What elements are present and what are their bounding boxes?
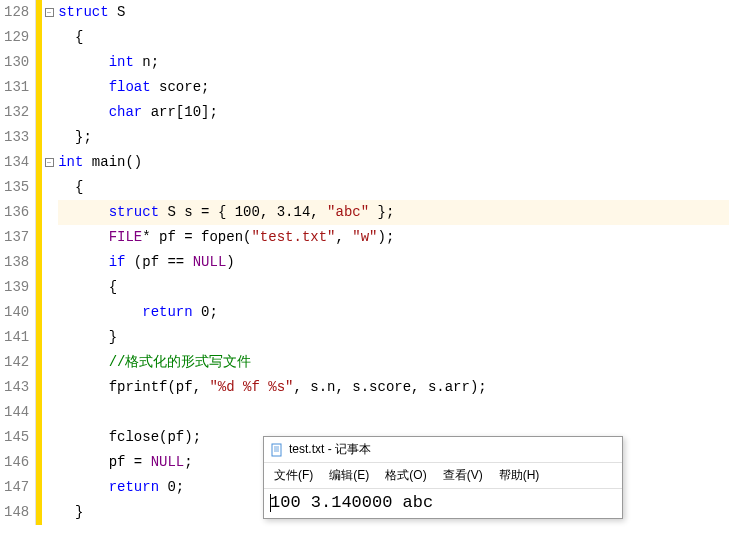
code-line[interactable]: { <box>58 175 729 200</box>
code-line[interactable]: if (pf == NULL) <box>58 250 729 275</box>
line-number[interactable]: 135 <box>0 175 35 200</box>
menu-format[interactable]: 格式(O) <box>379 465 432 486</box>
fold-cell <box>42 325 56 350</box>
fold-cell[interactable]: − <box>42 150 56 175</box>
fold-cell <box>42 125 56 150</box>
code-line[interactable]: //格式化的形式写文件 <box>58 350 729 375</box>
code-line[interactable]: FILE* pf = fopen("test.txt", "w"); <box>58 225 729 250</box>
line-number[interactable]: 132 <box>0 100 35 125</box>
code-line[interactable]: struct S <box>58 0 729 25</box>
notepad-window: test.txt - 记事本 文件(F) 编辑(E) 格式(O) 查看(V) 帮… <box>263 436 623 519</box>
fold-cell <box>42 100 56 125</box>
menu-view[interactable]: 查看(V) <box>437 465 489 486</box>
line-number[interactable]: 144 <box>0 400 35 425</box>
line-number[interactable]: 131 <box>0 75 35 100</box>
fold-cell <box>42 375 56 400</box>
svg-rect-0 <box>272 444 281 456</box>
fold-column: −− <box>42 0 56 525</box>
fold-cell <box>42 200 56 225</box>
code-line[interactable]: } <box>58 325 729 350</box>
code-line[interactable]: int main() <box>58 150 729 175</box>
line-number[interactable]: 134 <box>0 150 35 175</box>
code-line[interactable]: char arr[10]; <box>58 100 729 125</box>
fold-cell <box>42 250 56 275</box>
code-line[interactable]: fprintf(pf, "%d %f %s", s.n, s.score, s.… <box>58 375 729 400</box>
line-number[interactable]: 140 <box>0 300 35 325</box>
code-line[interactable]: }; <box>58 125 729 150</box>
notepad-content[interactable]: 100 3.140000 abc <box>264 488 622 518</box>
line-number[interactable]: 141 <box>0 325 35 350</box>
fold-cell <box>42 225 56 250</box>
line-number[interactable]: 136 <box>0 200 35 225</box>
line-number[interactable]: 146 <box>0 450 35 475</box>
fold-cell <box>42 400 56 425</box>
fold-cell <box>42 350 56 375</box>
fold-cell <box>42 300 56 325</box>
notepad-titlebar[interactable]: test.txt - 记事本 <box>264 437 622 463</box>
line-number[interactable]: 143 <box>0 375 35 400</box>
fold-cell[interactable]: − <box>42 0 56 25</box>
fold-cell <box>42 475 56 500</box>
code-line[interactable] <box>58 400 729 425</box>
notepad-text: 100 3.140000 abc <box>270 493 433 512</box>
fold-cell <box>42 275 56 300</box>
fold-cell <box>42 450 56 475</box>
fold-minus-icon[interactable]: − <box>45 8 54 17</box>
line-number[interactable]: 133 <box>0 125 35 150</box>
notepad-menubar: 文件(F) 编辑(E) 格式(O) 查看(V) 帮助(H) <box>264 463 622 488</box>
menu-help[interactable]: 帮助(H) <box>493 465 546 486</box>
line-number-gutter: 1281291301311321331341351361371381391401… <box>0 0 36 525</box>
line-number[interactable]: 130 <box>0 50 35 75</box>
line-number[interactable]: 148 <box>0 500 35 525</box>
code-line[interactable]: int n; <box>58 50 729 75</box>
menu-file[interactable]: 文件(F) <box>268 465 319 486</box>
notepad-icon <box>270 443 284 457</box>
notepad-title-text: test.txt - 记事本 <box>289 441 371 458</box>
line-number[interactable]: 139 <box>0 275 35 300</box>
fold-cell <box>42 25 56 50</box>
fold-cell <box>42 425 56 450</box>
fold-minus-icon[interactable]: − <box>45 158 54 167</box>
fold-cell <box>42 500 56 525</box>
line-number[interactable]: 147 <box>0 475 35 500</box>
fold-cell <box>42 75 56 100</box>
code-line[interactable]: float score; <box>58 75 729 100</box>
line-number[interactable]: 138 <box>0 250 35 275</box>
code-line[interactable]: return 0; <box>58 300 729 325</box>
line-number[interactable]: 128 <box>0 0 35 25</box>
line-number[interactable]: 129 <box>0 25 35 50</box>
code-line[interactable]: { <box>58 275 729 300</box>
code-line[interactable]: { <box>58 25 729 50</box>
fold-cell <box>42 175 56 200</box>
code-line[interactable]: struct S s = { 100, 3.14, "abc" }; <box>58 200 729 225</box>
line-number[interactable]: 137 <box>0 225 35 250</box>
line-number[interactable]: 145 <box>0 425 35 450</box>
line-number[interactable]: 142 <box>0 350 35 375</box>
fold-cell <box>42 50 56 75</box>
menu-edit[interactable]: 编辑(E) <box>323 465 375 486</box>
